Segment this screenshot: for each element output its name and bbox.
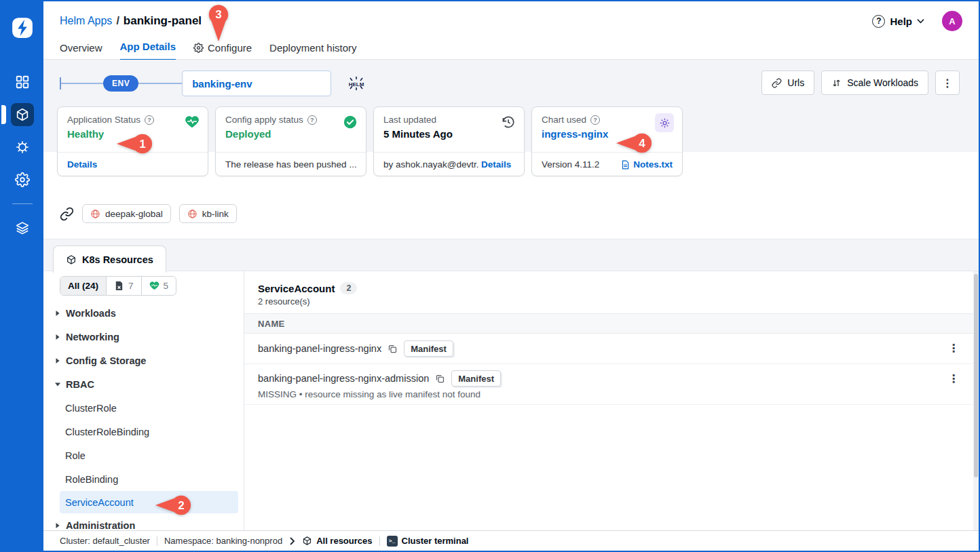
- env-flow-line: [138, 83, 182, 84]
- tab-configure[interactable]: Configure: [193, 41, 252, 61]
- svg-text:4: 4: [639, 137, 645, 150]
- annotation-pin-3: 3: [206, 4, 231, 42]
- devtron-logo-icon[interactable]: [11, 16, 34, 39]
- scrollbar-thumb[interactable]: [974, 274, 978, 477]
- row-menu-button[interactable]: ⋮: [947, 374, 960, 385]
- env-flow-line: [61, 83, 103, 84]
- all-resources-link[interactable]: All resources: [302, 536, 372, 546]
- env-flow: ENV banking-env HELM: [60, 71, 366, 96]
- tree-item-clusterrolebinding[interactable]: ClusterRoleBinding: [43, 420, 244, 443]
- breadcrumb-separator: /: [116, 15, 119, 27]
- top-bar: Helm Apps / banking-panel ? Help A Overv…: [43, 1, 979, 60]
- question-icon[interactable]: ?: [145, 115, 154, 125]
- tree-group-administration[interactable]: Administration: [43, 513, 244, 530]
- tab-app-details[interactable]: App Details: [120, 41, 176, 61]
- status-details-link[interactable]: Details: [67, 159, 97, 170]
- tab-overview[interactable]: Overview: [60, 41, 102, 61]
- heart-pulse-icon: [185, 115, 200, 132]
- chart-used-card: Chart used? ingress-nginx Version 4.11.2…: [531, 106, 683, 176]
- help-icon: ?: [872, 15, 885, 28]
- notes-link[interactable]: Notes.txt: [633, 159, 673, 170]
- scale-workloads-button[interactable]: Scale Workloads: [821, 71, 928, 95]
- environment-select[interactable]: banking-env: [182, 71, 331, 96]
- card-title: Last updated: [383, 115, 436, 125]
- help-menu[interactable]: ? Help: [872, 15, 924, 28]
- chart-version-text: Version 4.11.2: [542, 159, 599, 170]
- tree-item-clusterrole[interactable]: ClusterRole: [43, 396, 244, 420]
- linked-url-chip[interactable]: deepak-global: [82, 204, 171, 223]
- linked-url-chip[interactable]: kb-link: [179, 204, 237, 223]
- history-icon: [501, 115, 516, 132]
- svg-text:1: 1: [139, 138, 145, 151]
- annotation-pin-2: 2: [155, 494, 193, 517]
- svg-text:HELM: HELM: [349, 81, 364, 87]
- file-missing-icon: [114, 281, 124, 291]
- tree-item-serviceaccount[interactable]: ServiceAccount: [60, 491, 238, 513]
- chart-gear-icon: [655, 113, 674, 132]
- scrollbar[interactable]: [973, 271, 979, 530]
- tree-item-role[interactable]: Role: [43, 443, 244, 467]
- config-apply-status-card: Config apply status? Deployed The releas…: [215, 106, 366, 176]
- sidebar-item-chart-store[interactable]: [11, 136, 34, 159]
- cube-icon: [66, 254, 77, 265]
- resource-count-badge: 2: [340, 282, 357, 294]
- manifest-chip[interactable]: Manifest: [404, 340, 453, 357]
- row-menu-button[interactable]: ⋮: [947, 343, 960, 354]
- check-circle-icon: [343, 115, 358, 132]
- question-icon[interactable]: ?: [590, 115, 600, 125]
- sidebar-item-applications[interactable]: [11, 71, 34, 94]
- divider: [157, 536, 157, 546]
- cube-icon: [15, 107, 30, 122]
- annotation-pin-4: 4: [616, 132, 654, 155]
- question-icon[interactable]: ?: [307, 115, 317, 125]
- caret-right-icon: [54, 334, 61, 340]
- filter-missing[interactable]: 7: [107, 277, 142, 295]
- caret-right-icon: [54, 522, 61, 529]
- sidebar: [1, 1, 43, 551]
- config-status-message: The release has been pushed ...: [225, 159, 356, 170]
- tab-deployment-history[interactable]: Deployment history: [269, 41, 356, 61]
- table-row: banking-panel-ingress-nginx Manifest ⋮: [244, 334, 979, 364]
- tree-item-rolebinding[interactable]: RoleBinding: [43, 467, 244, 491]
- cube-icon: [302, 536, 312, 546]
- chain-link-icon: [60, 207, 74, 221]
- chevron-down-icon: [917, 18, 924, 24]
- tree-group-rbac[interactable]: RBAC: [43, 372, 244, 396]
- filter-all[interactable]: All (24): [60, 277, 107, 295]
- sidebar-item-stack-manager[interactable]: [11, 216, 34, 239]
- manifest-chip[interactable]: Manifest: [451, 370, 501, 387]
- card-title: Chart used: [542, 115, 586, 125]
- more-actions-button[interactable]: ⋮: [935, 71, 960, 95]
- tree-group-config-storage[interactable]: Config & Storage: [43, 349, 244, 372]
- filter-healthy[interactable]: 5: [142, 277, 176, 295]
- sidebar-item-global-config[interactable]: [11, 168, 34, 191]
- tree-group-workloads[interactable]: Workloads: [43, 301, 244, 325]
- namespace-label: Namespace: banking-nonprod: [164, 536, 282, 546]
- tab-k8s-resources[interactable]: K8s Resources: [53, 245, 166, 273]
- app-tabs: Overview App Details Configure Deploymen…: [60, 41, 962, 61]
- env-actions: Urls Scale Workloads ⋮: [761, 71, 960, 95]
- terminal-icon: >_: [387, 536, 398, 547]
- divider: [379, 536, 380, 546]
- status-bar: Cluster: default_cluster Namespace: bank…: [43, 530, 979, 551]
- caret-right-icon: [54, 357, 61, 364]
- resource-tree: Workloads Networking Config & Storage RB…: [43, 301, 244, 530]
- resource-count-subtitle: 2 resource(s): [258, 296, 965, 307]
- document-icon: [620, 160, 630, 170]
- updated-by-text: by ashok.nayak@devtr...: [383, 159, 478, 170]
- link-icon: [772, 78, 782, 88]
- avatar[interactable]: A: [942, 11, 962, 31]
- column-header-name: NAME: [244, 313, 979, 334]
- linked-urls-row: deepak-global kb-link: [60, 204, 979, 223]
- config-status-value: Deployed: [225, 128, 356, 140]
- urls-button[interactable]: Urls: [761, 71, 814, 95]
- breadcrumb-helm-apps[interactable]: Helm Apps: [60, 15, 112, 27]
- resource-tree-panel: All (24) 7 5 Workloads: [43, 271, 244, 530]
- sidebar-item-resource-browser[interactable]: [11, 103, 34, 126]
- breadcrumb: Helm Apps / banking-panel: [60, 14, 202, 28]
- tree-group-networking[interactable]: Networking: [43, 325, 244, 349]
- copy-icon[interactable]: [388, 344, 398, 354]
- cluster-terminal-link[interactable]: >_ Cluster terminal: [387, 536, 469, 547]
- copy-icon[interactable]: [435, 374, 445, 384]
- updated-details-link[interactable]: Details: [481, 159, 511, 170]
